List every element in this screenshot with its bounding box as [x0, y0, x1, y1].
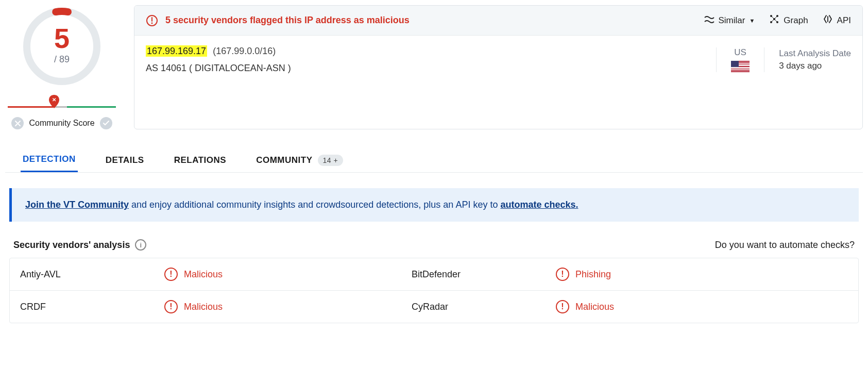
svg-point-6 [151, 22, 153, 24]
tab-community[interactable]: COMMUNITY 14 + [254, 154, 345, 172]
ip-address: 167.99.169.17 [146, 45, 207, 57]
tab-details[interactable]: DETAILS [104, 154, 146, 172]
table-row: CRDF ! Malicious CyRadar ! Malicious [10, 291, 858, 323]
analysis-time: 3 days ago [779, 61, 851, 71]
svg-line-13 [774, 16, 777, 19]
svg-line-14 [771, 19, 774, 22]
tab-relations[interactable]: RELATIONS [172, 154, 228, 172]
community-score-label: Community Score [29, 119, 94, 128]
graph-button[interactable]: Graph [769, 14, 808, 27]
summary-header: 5 security vendors flagged this IP addre… [134, 6, 862, 36]
detection-count: 5 [54, 24, 70, 52]
asn-info: AS 14061 ( DIGITALOCEAN-ASN ) [146, 63, 716, 74]
svg-line-15 [774, 19, 777, 22]
flag-message: 5 security vendors flagged this IP addre… [165, 15, 410, 26]
vendor-name: BitDefender [401, 258, 546, 290]
check-icon [100, 117, 112, 129]
summary-card: 5 security vendors flagged this IP addre… [134, 5, 863, 129]
country-code: US [731, 47, 750, 58]
vendors-table: Antiy-AVL ! Malicious BitDefender ! Phis… [9, 258, 859, 323]
us-flag-icon [731, 61, 750, 72]
community-gauge: ✕ [8, 106, 116, 108]
vendor-verdict: ! Phishing [546, 258, 793, 290]
table-row: Antiy-AVL ! Malicious BitDefender ! Phis… [10, 258, 858, 291]
similar-icon [704, 15, 714, 26]
alert-icon: ! [164, 268, 178, 281]
similar-button[interactable]: Similar ▼ [704, 15, 755, 26]
alert-icon: ! [556, 300, 569, 313]
join-community-link[interactable]: Join the VT Community [25, 199, 129, 210]
community-count-badge: 14 + [318, 155, 344, 166]
automate-checks-prompt[interactable]: Do you want to automate checks? [715, 240, 855, 251]
api-icon [823, 14, 833, 26]
detection-score-ring: 5 / 89 [21, 5, 103, 88]
last-analysis-block: Last Analysis Date 3 days ago [764, 48, 851, 71]
graph-icon [769, 14, 779, 27]
api-button[interactable]: API [823, 14, 851, 26]
close-icon [11, 117, 24, 129]
tabs: DETECTION DETAILS RELATIONS COMMUNITY 14… [5, 154, 863, 173]
analysis-label: Last Analysis Date [779, 48, 851, 59]
vendor-verdict: ! Malicious [546, 291, 793, 323]
map-pin-icon: ✕ [48, 95, 60, 110]
tab-detection[interactable]: DETECTION [21, 154, 78, 172]
svg-line-12 [771, 16, 774, 19]
alert-icon: ! [164, 300, 178, 313]
automate-checks-link[interactable]: automate checks. [500, 199, 578, 210]
join-community-banner: Join the VT Community and enjoy addition… [9, 188, 859, 222]
vendor-verdict: ! Malicious [154, 291, 401, 323]
vendor-verdict: ! Malicious [154, 258, 401, 290]
svg-text:✕: ✕ [52, 97, 56, 103]
info-icon[interactable]: i [135, 239, 146, 251]
chevron-down-icon: ▼ [749, 18, 755, 24]
ip-range: (167.99.0.0/16) [213, 46, 276, 56]
vendor-name: CyRadar [401, 291, 546, 323]
vendor-name: CRDF [10, 291, 154, 323]
vendor-name: Antiy-AVL [10, 258, 154, 290]
detection-total: / 89 [54, 54, 70, 65]
vendors-analysis-title: Security vendors' analysis i [13, 239, 146, 251]
alert-icon [146, 14, 158, 27]
country-block: US [716, 47, 764, 72]
score-panel: 5 / 89 ✕ Community Score [5, 5, 118, 129]
alert-icon: ! [556, 268, 569, 281]
